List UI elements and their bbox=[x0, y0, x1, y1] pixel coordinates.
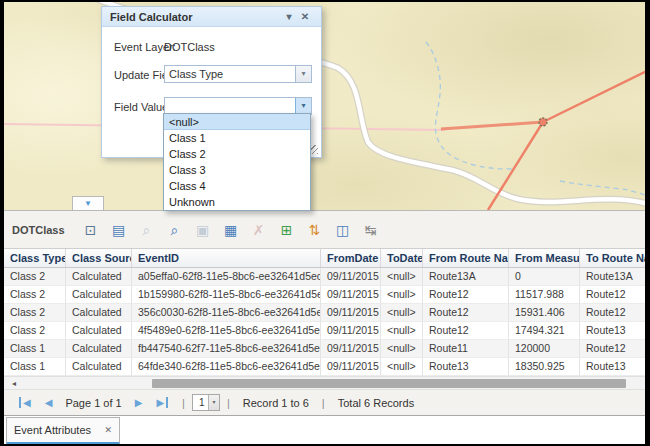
event-layer-value: DOTClass bbox=[164, 41, 215, 53]
table-row[interactable]: Class 1Calculatedfb447540-62f7-11e5-8bc6… bbox=[4, 340, 645, 358]
chevron-down-icon[interactable]: ▾ bbox=[208, 395, 219, 410]
page-number-spinner[interactable]: 1 ▾ bbox=[192, 394, 220, 411]
table-cell: Class 2 bbox=[4, 322, 66, 340]
toolbar-icons: ⊡▤⌕⌕▣▦✗⊞⇅◫↹ bbox=[81, 220, 389, 240]
column-header[interactable]: EventID bbox=[132, 249, 321, 267]
table-cell: Route13A bbox=[423, 268, 509, 286]
previous-page-icon[interactable]: ◀ bbox=[45, 397, 53, 408]
scrollbar-thumb[interactable] bbox=[152, 379, 626, 388]
table-row[interactable]: Class 2Calculated356c0030-62f8-11e5-8bc6… bbox=[4, 304, 645, 322]
fit-columns-icon[interactable]: ↹ bbox=[361, 220, 381, 240]
save-icon[interactable]: ▣ bbox=[193, 220, 213, 240]
close-icon[interactable]: ✕ bbox=[104, 425, 112, 435]
table-cell: Route13 bbox=[580, 358, 645, 376]
table-cell: Class 2 bbox=[4, 268, 66, 286]
table-cell: Calculated bbox=[66, 304, 132, 322]
table-cell: 4f5489e0-62f8-11e5-8bc6-ee32641d5ec9 bbox=[132, 322, 321, 340]
dropdown-option[interactable]: Class 2 bbox=[164, 146, 310, 162]
dropdown-option[interactable]: Class 3 bbox=[164, 162, 310, 178]
route-junction-marker bbox=[539, 118, 547, 126]
dropdown-option[interactable]: Unknown bbox=[164, 194, 310, 210]
chevron-down-icon[interactable]: ▾ bbox=[295, 98, 311, 114]
column-header[interactable]: From Measure bbox=[509, 249, 580, 267]
zoom-to-selected-icon[interactable]: ⌕ bbox=[137, 220, 157, 240]
zoom-to-records-icon[interactable]: ⌕ bbox=[165, 220, 185, 240]
scroll-left-icon[interactable]: ◂ bbox=[8, 378, 20, 389]
separator: | bbox=[227, 397, 230, 409]
table-cell: fb447540-62f7-11e5-8bc6-ee32641d5ec9 bbox=[132, 340, 321, 358]
horizontal-scrollbar[interactable]: ◂ bbox=[4, 376, 645, 390]
table-cell: 18350.925 bbox=[509, 358, 580, 376]
table-cell: 09/11/2015 bbox=[321, 286, 381, 304]
table-cell: Route12 bbox=[580, 340, 645, 358]
table-cell: Route13 bbox=[423, 358, 509, 376]
field-value-dropdown-list: <null>Class 1Class 2Class 3Class 4Unknow… bbox=[163, 113, 311, 211]
update-field-value: Class Type bbox=[169, 68, 223, 80]
dialog-titlebar[interactable]: Field Calculator ▾ ✕ bbox=[102, 7, 321, 27]
table-cell: Route12 bbox=[423, 286, 509, 304]
table-cell: <null> bbox=[381, 268, 423, 286]
dialog-close-icon[interactable]: ✕ bbox=[297, 7, 313, 26]
tab-event-attributes[interactable]: Event Attributes ✕ bbox=[6, 417, 120, 445]
field-value-label: Field Value: bbox=[114, 101, 171, 113]
show-selected-records-icon[interactable]: ▤ bbox=[109, 220, 129, 240]
table-body: Class 2Calculateda05effa0-62f8-11e5-8bc6… bbox=[4, 268, 645, 376]
separator: | bbox=[322, 397, 325, 409]
select-records-icon[interactable]: ⊡ bbox=[81, 220, 101, 240]
table-toolbar: DOTClass ⊡▤⌕⌕▣▦✗⊞⇅◫↹ bbox=[4, 211, 645, 248]
column-header[interactable]: FromDate bbox=[321, 249, 381, 267]
table-row[interactable]: Class 2Calculated4f5489e0-62f8-11e5-8bc6… bbox=[4, 322, 645, 340]
column-header[interactable]: Class Source bbox=[66, 249, 132, 267]
dropdown-option[interactable]: <null> bbox=[164, 114, 310, 130]
panel-collapse-button[interactable]: ▼ bbox=[72, 196, 104, 210]
table-cell: Route12 bbox=[580, 304, 645, 322]
table-cell: Calculated bbox=[66, 286, 132, 304]
sort-icon[interactable]: ⇅ bbox=[305, 220, 325, 240]
attribute-table: Class TypeClass SourceEventIDFromDateToD… bbox=[4, 248, 645, 376]
next-page-icon[interactable]: ▶ bbox=[135, 397, 143, 408]
update-field-combobox[interactable]: Class Type ▾ bbox=[164, 65, 312, 83]
first-page-icon[interactable]: ◀ bbox=[19, 397, 31, 408]
chevron-down-icon: ▼ bbox=[84, 199, 92, 208]
table-row[interactable]: Class 2Calculateda05effa0-62f8-11e5-8bc6… bbox=[4, 268, 645, 286]
table-cell: <null> bbox=[381, 286, 423, 304]
tab-label: Event Attributes bbox=[14, 424, 104, 436]
column-header[interactable]: To Route Name bbox=[580, 249, 645, 267]
table-cell: 11517.988 bbox=[509, 286, 580, 304]
record-range-label: Record 1 to 6 bbox=[243, 397, 309, 409]
table-cell: <null> bbox=[381, 340, 423, 358]
dropdown-option[interactable]: Class 4 bbox=[164, 178, 310, 194]
append-records-icon[interactable]: ⊞ bbox=[277, 220, 297, 240]
stream-line bbox=[560, 181, 645, 196]
page-number-value: 1 bbox=[199, 397, 205, 408]
dropdown-option[interactable]: Class 1 bbox=[164, 130, 310, 146]
table-cell: <null> bbox=[381, 322, 423, 340]
table-cell: 64fde340-62f8-11e5-8bc6-ee32641d5ec9 bbox=[132, 358, 321, 376]
table-cell: Calculated bbox=[66, 358, 132, 376]
table-cell: a05effa0-62f8-11e5-8bc6-ee32641d5ec9 bbox=[132, 268, 321, 286]
table-row[interactable]: Class 1Calculated64fde340-62f8-11e5-8bc6… bbox=[4, 358, 645, 376]
table-cell: Class 2 bbox=[4, 304, 66, 322]
route-line bbox=[441, 122, 543, 129]
table-cell: 17494.321 bbox=[509, 322, 580, 340]
column-header[interactable]: Class Type bbox=[4, 249, 66, 267]
table-cell: 09/11/2015 bbox=[321, 358, 381, 376]
last-page-icon[interactable]: ▶ bbox=[156, 397, 168, 408]
stream-line bbox=[426, 42, 514, 169]
delete-record-icon[interactable]: ✗ bbox=[249, 220, 269, 240]
table-header-row: Class TypeClass SourceEventIDFromDateToD… bbox=[4, 248, 645, 268]
column-header[interactable]: ToDate bbox=[381, 249, 423, 267]
field-calculator-icon[interactable]: ▦ bbox=[221, 220, 241, 240]
dialog-menu-icon[interactable]: ▾ bbox=[281, 7, 297, 26]
table-cell: Route12 bbox=[580, 286, 645, 304]
table-cell: Route12 bbox=[423, 322, 509, 340]
column-header[interactable]: From Route Name bbox=[423, 249, 509, 267]
attribute-window-icon[interactable]: ◫ bbox=[333, 220, 353, 240]
chevron-down-icon[interactable]: ▾ bbox=[295, 66, 311, 82]
table-cell: 0 bbox=[509, 268, 580, 286]
table-cell: Class 1 bbox=[4, 358, 66, 376]
page-count-label: Page 1 of 1 bbox=[65, 397, 121, 409]
table-row[interactable]: Class 2Calculated1b159980-62f8-11e5-8bc6… bbox=[4, 286, 645, 304]
route-line bbox=[543, 70, 645, 122]
table-cell: 1b159980-62f8-11e5-8bc6-ee32641d5ec9 bbox=[132, 286, 321, 304]
